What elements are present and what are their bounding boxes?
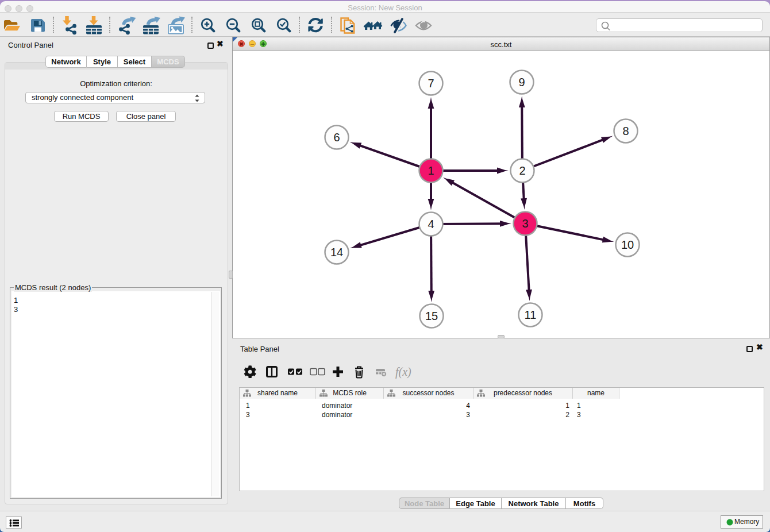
svg-text:3: 3 [522,217,528,230]
svg-text:f(x): f(x) [395,365,411,379]
svg-text:11: 11 [525,309,537,321]
svg-text:4: 4 [428,218,434,230]
svg-text:14: 14 [330,246,343,259]
svg-text:6: 6 [333,131,340,144]
svg-text:10: 10 [621,238,634,251]
svg-text:2: 2 [519,164,525,177]
svg-text:1: 1 [428,164,434,177]
svg-text:7: 7 [428,77,434,90]
svg-text:8: 8 [622,125,629,137]
svg-text:9: 9 [518,76,525,88]
svg-text:15: 15 [425,310,438,322]
